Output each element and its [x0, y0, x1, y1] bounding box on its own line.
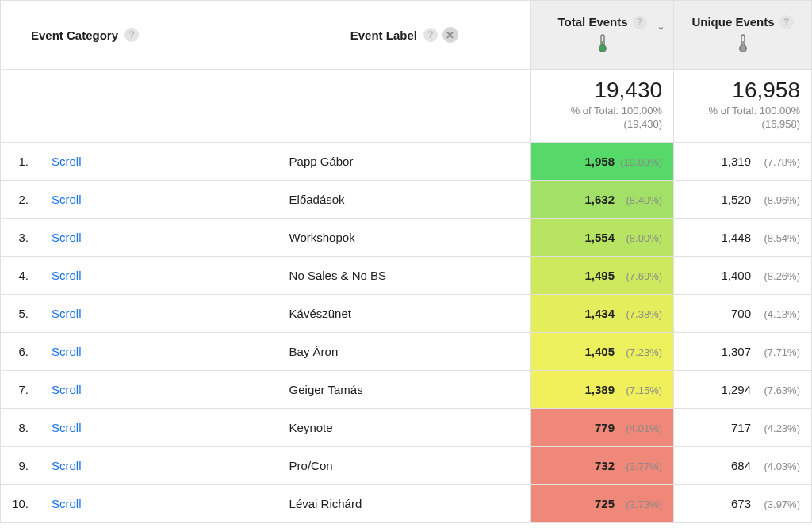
table-row: 9.ScrollPro/Con732(3.77%)684(4.03%) — [1, 447, 812, 485]
header-total-events[interactable]: Total Events ? ↓ — [531, 1, 674, 70]
total-events-pct: (8.00%) — [619, 232, 662, 244]
unique-events-cell: 1,294(7.63%) — [674, 371, 812, 409]
unique-events-value: 1,520 — [716, 193, 751, 206]
event-category-cell: Scroll — [40, 181, 278, 219]
total-events-value: 1,405 — [584, 345, 615, 358]
summary-total-events: 19,430 % of Total: 100.00% (19,430) — [531, 70, 674, 143]
unique-events-value: 1,307 — [716, 345, 751, 358]
unique-events-cell: 1,448(8.54%) — [674, 219, 812, 257]
summary-row: 19,430 % of Total: 100.00% (19,430) 16,9… — [1, 70, 812, 143]
unique-events-pct: (3.97%) — [757, 499, 800, 510]
total-events-value: 1,632 — [584, 193, 615, 206]
thermometer-icon — [738, 34, 748, 55]
total-events-value: 732 — [595, 459, 615, 472]
table-row: 5.ScrollKávészünet1,434(7.38%)700(4.13%) — [1, 295, 812, 333]
total-events-pct: (7.15%) — [619, 384, 662, 396]
total-events-pct: (7.38%) — [619, 308, 662, 320]
help-icon[interactable]: ? — [779, 15, 794, 29]
table-row: 8.ScrollKeynote779(4.01%)717(4.23%) — [1, 409, 812, 447]
total-events-value: 1,434 — [584, 307, 615, 320]
summary-blank — [1, 70, 531, 143]
header-label: Event Label — [350, 29, 417, 42]
total-events-value: 1,389 — [584, 383, 615, 396]
svg-rect-5 — [742, 41, 744, 48]
total-events-pct: (8.40%) — [619, 194, 662, 206]
table-row: 4.ScrollNo Sales & No BS1,495(7.69%)1,40… — [1, 257, 812, 295]
thermometer-icon — [598, 34, 607, 55]
unique-events-cell: 717(4.23%) — [674, 409, 812, 447]
help-icon[interactable]: ? — [633, 15, 647, 29]
row-index: 5. — [1, 295, 40, 333]
close-icon[interactable]: ✕ — [442, 27, 458, 43]
unique-events-cell: 1,400(8.26%) — [674, 257, 812, 295]
unique-events-pct: (4.13%) — [757, 308, 800, 320]
total-events-cell: 732(3.77%) — [531, 447, 674, 485]
event-category-link[interactable]: Scroll — [52, 155, 82, 168]
unique-events-cell: 700(4.13%) — [674, 295, 812, 333]
event-category-cell: Scroll — [40, 333, 278, 371]
event-category-link[interactable]: Scroll — [52, 307, 82, 320]
total-events-pct: (4.01%) — [619, 422, 662, 434]
table-row: 7.ScrollGeiger Tamás1,389(7.15%)1,294(7.… — [1, 371, 812, 409]
table-header-row: Event Category ? Event Label ? ✕ Total E… — [1, 1, 812, 70]
event-category-link[interactable]: Scroll — [52, 193, 82, 206]
row-index: 2. — [1, 181, 40, 219]
total-events-cell: 1,554(8.00%) — [531, 219, 674, 257]
help-icon[interactable]: ? — [124, 28, 139, 42]
total-events-cell: 1,405(7.23%) — [531, 333, 674, 371]
header-unique-events[interactable]: Unique Events ? — [674, 1, 812, 70]
row-index: 1. — [1, 143, 40, 181]
unique-events-value: 673 — [716, 497, 751, 510]
header-event-label[interactable]: Event Label ? ✕ — [278, 1, 531, 70]
table-row: 2.ScrollElőadások1,632(8.40%)1,520(8.96%… — [1, 181, 812, 219]
unique-events-value: 1,400 — [716, 269, 751, 282]
event-category-cell: Scroll — [40, 295, 278, 333]
unique-events-value: 1,319 — [716, 155, 751, 168]
total-events-cell: 1,389(7.15%) — [531, 371, 674, 409]
event-category-link[interactable]: Scroll — [52, 269, 82, 282]
total-events-pct: (3.73%) — [619, 499, 662, 510]
events-table: Event Category ? Event Label ? ✕ Total E… — [0, 0, 812, 523]
summary-unique-events: 16,958 % of Total: 100.00% (16,958) — [674, 70, 812, 143]
event-category-cell: Scroll — [40, 485, 278, 523]
summary-subtext: % of Total: 100.00% — [685, 105, 800, 117]
total-events-pct: (10.08%) — [619, 156, 662, 168]
svg-rect-2 — [602, 41, 603, 48]
total-events-cell: 1,958(10.08%) — [531, 143, 674, 181]
header-label: Total Events — [558, 15, 628, 29]
event-label-cell: Keynote — [278, 409, 531, 447]
event-category-link[interactable]: Scroll — [52, 231, 82, 244]
event-category-link[interactable]: Scroll — [52, 497, 82, 510]
unique-events-value: 684 — [716, 459, 751, 472]
sort-descending-icon[interactable]: ↓ — [657, 13, 665, 34]
event-category-cell: Scroll — [40, 219, 278, 257]
table-row: 6.ScrollBay Áron1,405(7.23%)1,307(7.71%) — [1, 333, 812, 371]
event-label-cell: No Sales & No BS — [278, 257, 531, 295]
unique-events-pct: (8.96%) — [757, 194, 800, 206]
unique-events-value: 1,294 — [716, 383, 751, 396]
help-icon[interactable]: ? — [423, 28, 438, 42]
unique-events-cell: 1,319(7.78%) — [674, 143, 812, 181]
unique-events-cell: 684(4.03%) — [674, 447, 812, 485]
event-category-link[interactable]: Scroll — [52, 459, 82, 472]
total-events-value: 779 — [595, 421, 615, 434]
summary-subtext: (16,958) — [685, 118, 800, 130]
summary-value: 19,430 — [542, 78, 662, 103]
unique-events-pct: (4.23%) — [757, 422, 800, 434]
total-events-cell: 725(3.73%) — [531, 485, 674, 523]
row-index: 8. — [1, 409, 40, 447]
total-events-value: 1,958 — [584, 155, 615, 168]
total-events-cell: 1,495(7.69%) — [531, 257, 674, 295]
event-category-cell: Scroll — [40, 143, 278, 181]
event-category-link[interactable]: Scroll — [52, 345, 82, 358]
row-index: 10. — [1, 485, 40, 523]
row-index: 9. — [1, 447, 40, 485]
total-events-pct: (3.77%) — [619, 460, 662, 472]
summary-subtext: % of Total: 100.00% — [542, 105, 662, 117]
event-label-cell: Workshopok — [278, 219, 531, 257]
row-index: 7. — [1, 371, 40, 409]
event-category-link[interactable]: Scroll — [52, 421, 82, 434]
event-category-link[interactable]: Scroll — [52, 383, 82, 396]
event-label-cell: Lévai Richárd — [278, 485, 531, 523]
header-event-category[interactable]: Event Category ? — [1, 1, 278, 70]
